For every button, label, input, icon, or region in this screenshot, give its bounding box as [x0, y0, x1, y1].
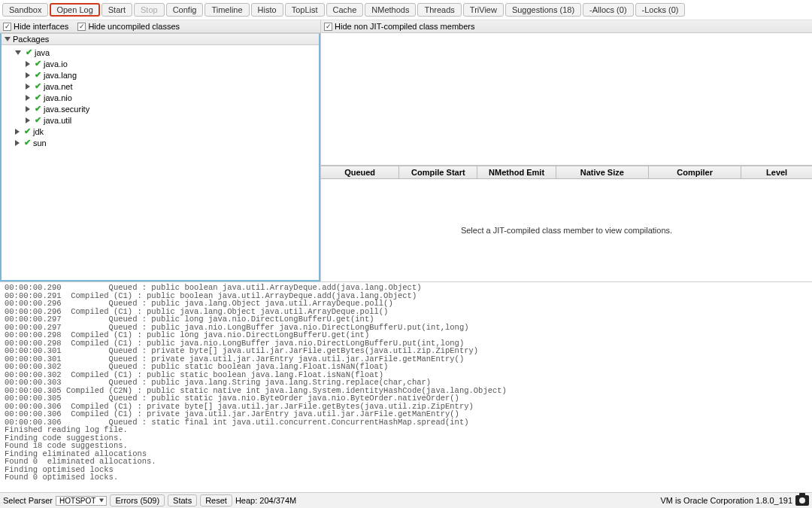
heap-label: Heap: 204/374M: [235, 496, 296, 505]
chevron-right-icon: [26, 72, 30, 78]
check-icon: ✔: [35, 93, 41, 102]
chevron-right-icon: [26, 106, 30, 112]
toplist-button[interactable]: TopList: [285, 3, 325, 17]
hide-non-jit-checkbox[interactable]: ✓ Hide non JIT-compiled class members: [324, 22, 474, 31]
check-icon: ✔: [35, 70, 41, 80]
histo-button[interactable]: Histo: [251, 3, 283, 17]
compilation-table-header: QueuedCompile StartNMethod EmitNative Si…: [321, 166, 812, 179]
column-queued[interactable]: Queued: [321, 166, 399, 178]
check-icon: ✔: [35, 59, 41, 68]
column-level[interactable]: Level: [741, 166, 812, 178]
tree-node-java[interactable]: ✔java: [5, 47, 316, 58]
tree-node-java-nio[interactable]: ✔java.nio: [5, 92, 316, 103]
packages-tree[interactable]: Packages ✔java✔java.io✔java.lang✔java.ne…: [0, 33, 320, 281]
-allocs-0--button[interactable]: -Allocs (0): [583, 3, 634, 17]
stats-button[interactable]: Stats: [168, 494, 197, 506]
tree-label: java.security: [44, 105, 89, 114]
hide-interfaces-label: Hide interfaces: [14, 22, 68, 31]
tree-label: sun: [33, 138, 47, 148]
checkmark-icon: ✓: [77, 23, 86, 31]
tree-label: java.net: [44, 82, 73, 91]
tree-node-java-lang[interactable]: ✔java.lang: [5, 69, 316, 81]
chevron-right-icon: [26, 95, 30, 101]
tree-node-jdk[interactable]: ✔jdk: [5, 126, 316, 137]
tree-node-java-io[interactable]: ✔java.io: [5, 58, 316, 69]
hide-interfaces-checkbox[interactable]: ✓ Hide interfaces: [3, 22, 68, 31]
check-icon: ✔: [35, 115, 41, 125]
toolbar: SandboxOpen LogStartStopConfigTimelineHi…: [0, 0, 812, 20]
select-parser-label: Select Parser: [3, 496, 53, 505]
column-compiler[interactable]: Compiler: [649, 166, 741, 178]
check-icon: ✔: [26, 47, 32, 57]
check-icon: ✔: [35, 104, 41, 114]
compilation-placeholder: Select a JIT-compiled class member to vi…: [321, 179, 812, 281]
hide-uncompiled-label: Hide uncompiled classes: [88, 22, 180, 31]
check-icon: ✔: [24, 138, 31, 148]
tree-node-java-security[interactable]: ✔java.security: [5, 103, 316, 114]
left-pane: ✓ Hide interfaces ✓ Hide uncompiled clas…: [0, 20, 321, 281]
members-area: [321, 33, 812, 166]
tree-label: java.nio: [44, 93, 72, 102]
suggestions-18--button[interactable]: Suggestions (18): [505, 3, 581, 17]
chevron-down-icon: [5, 37, 11, 41]
-locks-0--button[interactable]: -Locks (0): [635, 3, 686, 17]
console-log[interactable]: 00:00:00.290 Queued : public boolean jav…: [0, 281, 812, 492]
cache-button[interactable]: Cache: [326, 3, 364, 17]
tree-label: java: [35, 48, 50, 57]
tree-node-java-util[interactable]: ✔java.util: [5, 114, 316, 126]
check-icon: ✔: [24, 126, 31, 136]
hide-non-jit-label: Hide non JIT-compiled class members: [335, 22, 474, 31]
chevron-right-icon: [26, 61, 30, 67]
hide-uncompiled-checkbox[interactable]: ✓ Hide uncompiled classes: [77, 22, 180, 31]
chevron-right-icon: [15, 140, 20, 146]
column-native-size[interactable]: Native Size: [556, 166, 649, 178]
tree-label: java.util: [44, 116, 71, 125]
stop-button: Stop: [134, 3, 165, 17]
vm-label: VM is Oracle Corporation 1.8.0_191: [661, 496, 792, 505]
right-pane: ✓ Hide non JIT-compiled class members Qu…: [321, 20, 812, 281]
triview-button[interactable]: TriView: [463, 3, 504, 17]
timeline-button[interactable]: Timeline: [205, 3, 249, 17]
tree-node-java-net[interactable]: ✔java.net: [5, 81, 316, 92]
tree-label: jdk: [33, 127, 44, 136]
nmethods-button[interactable]: NMethods: [365, 3, 416, 17]
chevron-down-icon: [15, 50, 21, 55]
open-log-button[interactable]: Open Log: [50, 3, 99, 17]
parser-select[interactable]: HOTSPOT: [56, 496, 107, 506]
tree-node-sun[interactable]: ✔sun: [5, 137, 316, 148]
chevron-right-icon: [15, 129, 20, 135]
start-button[interactable]: Start: [102, 3, 132, 17]
chevron-right-icon: [26, 84, 30, 90]
screenshot-icon[interactable]: [795, 495, 809, 506]
checkmark-icon: ✓: [3, 23, 11, 31]
tree-label: java.io: [44, 59, 68, 68]
chevron-right-icon: [26, 117, 30, 123]
packages-header[interactable]: Packages: [2, 34, 319, 45]
status-bar: Select Parser HOTSPOT Errors (509) Stats…: [0, 492, 812, 508]
checkmark-icon: ✓: [324, 23, 332, 31]
packages-label: Packages: [13, 35, 49, 44]
errors-button[interactable]: Errors (509): [110, 494, 165, 506]
sandbox-button[interactable]: Sandbox: [2, 3, 48, 17]
config-button[interactable]: Config: [166, 3, 204, 17]
check-icon: ✔: [35, 81, 41, 91]
threads-button[interactable]: Threads: [417, 3, 461, 17]
column-compile-start[interactable]: Compile Start: [399, 166, 477, 178]
column-nmethod-emit[interactable]: NMethod Emit: [477, 166, 556, 178]
reset-button[interactable]: Reset: [200, 494, 232, 506]
tree-label: java.lang: [44, 71, 77, 80]
